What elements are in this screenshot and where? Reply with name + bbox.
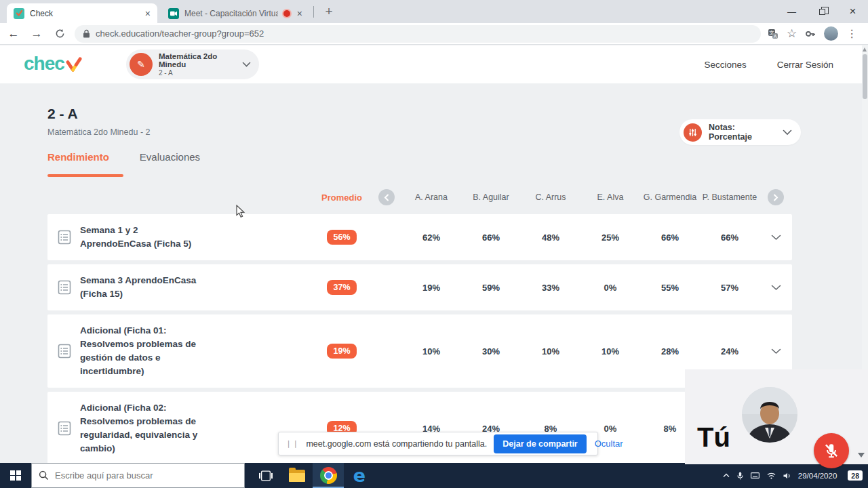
tray-mic-icon[interactable] — [737, 472, 743, 480]
hide-share-bar-link[interactable]: Ocultar — [595, 439, 623, 449]
evaluation-title: Adicional (Ficha 01: Resolvemos problema… — [80, 324, 210, 378]
tab-evaluaciones[interactable]: Evaluaciones — [140, 151, 200, 163]
url-bar[interactable]: check.education/teacher-group?group=652 — [75, 25, 761, 43]
scroll-up-icon[interactable] — [863, 47, 867, 52]
tab-close-icon[interactable]: × — [145, 9, 151, 18]
meet-icon — [168, 8, 179, 19]
score-cell: 66% — [461, 232, 521, 243]
browser-tab-strip: Check × Meet - Capacitación Virtual × + … — [0, 0, 868, 23]
evaluation-title: Semana 3 AprendoEnCasa (Ficha 15) — [80, 274, 210, 301]
scrollbar-thumb[interactable] — [863, 54, 867, 99]
tab-check[interactable]: Check × — [7, 3, 157, 23]
tray-chevron-up-icon[interactable] — [723, 473, 730, 478]
tab-meet[interactable]: Meet - Capacitación Virtual × — [161, 3, 309, 23]
notification-badge[interactable]: 28 — [848, 470, 863, 481]
file-explorer-button[interactable] — [281, 463, 313, 488]
row-expand-chevron-icon[interactable] — [760, 285, 792, 291]
tab-title: Check — [30, 9, 140, 18]
column-student: C. Arrus — [521, 192, 580, 202]
score-cell: 30% — [461, 346, 521, 357]
lock-icon — [83, 29, 90, 38]
sliders-icon — [684, 123, 702, 142]
table-row[interactable]: Semana 3 AprendoEnCasa (Ficha 15) 37% 19… — [47, 264, 792, 310]
row-expand-chevron-icon[interactable] — [760, 348, 792, 354]
restore-icon[interactable] — [807, 0, 837, 23]
score-cell: 10% — [580, 346, 640, 357]
profile-avatar[interactable] — [824, 26, 838, 41]
score-cell: 24% — [700, 346, 760, 357]
tray-volume-icon[interactable] — [783, 472, 791, 479]
chrome-icon — [320, 467, 337, 484]
score-cell: 59% — [461, 283, 521, 293]
url-text: check.education/teacher-group?group=652 — [96, 28, 264, 39]
minimize-icon[interactable]: — — [776, 0, 807, 23]
table-row[interactable]: Adicional (Ficha 01: Resolvemos problema… — [47, 314, 792, 388]
column-student: A. Arana — [401, 192, 461, 202]
active-tab-underline — [47, 174, 123, 177]
chrome-button[interactable] — [313, 463, 344, 488]
windows-logo-icon — [10, 470, 21, 481]
drag-grip-icon[interactable]: ❘❘ — [285, 439, 299, 448]
prev-students-button[interactable] — [378, 189, 395, 205]
self-view-label: Tú — [697, 422, 730, 453]
evaluation-title: Adicional (Ficha 02: Resolvemos problema… — [80, 401, 210, 455]
edge-button[interactable]: e — [344, 463, 375, 488]
assignment-icon — [58, 280, 71, 295]
score-cell: 66% — [640, 232, 700, 243]
score-cell: 33% — [521, 283, 580, 293]
bookmark-star-icon[interactable]: ☆ — [787, 26, 797, 41]
score-cell: 0% — [580, 283, 640, 293]
promedio-badge: 37% — [327, 280, 356, 295]
row-expand-chevron-icon[interactable] — [760, 235, 792, 241]
tab-rendimiento[interactable]: Rendimiento — [47, 151, 109, 163]
score-cell: 19% — [401, 283, 461, 293]
tab-separator — [313, 6, 314, 18]
score-cell: 62% — [401, 232, 461, 243]
key-icon[interactable] — [805, 28, 816, 39]
next-students-button[interactable] — [768, 189, 784, 205]
screen-share-bar: ❘❘ meet.google.com está compartiendo tu … — [278, 432, 598, 455]
menu-dots-icon[interactable]: ⋮ — [846, 27, 857, 40]
evaluation-title: Semana 1 y 2 AprendoEnCasa (Ficha 5) — [80, 224, 210, 251]
stop-share-button[interactable]: Dejar de compartir — [494, 434, 586, 453]
task-view-icon — [259, 470, 273, 481]
nav-cerrar-sesion[interactable]: Cerrar Sesión — [777, 60, 833, 70]
promedio-badge: 19% — [327, 344, 356, 359]
notas-selector[interactable]: Notas: Porcentaje — [679, 119, 801, 145]
tray-keyboard-icon[interactable] — [751, 472, 760, 479]
translate-icon[interactable]: 文A — [768, 28, 778, 39]
course-selector[interactable]: ✎ Matemática 2do Minedu 2 - A — [126, 49, 259, 79]
check-favicon-icon — [14, 8, 24, 19]
reload-icon[interactable] — [50, 24, 69, 43]
taskbar-search[interactable] — [31, 463, 245, 488]
taskbar: e 29/04/2020 28 — [0, 463, 868, 488]
score-cell: 28% — [640, 346, 700, 357]
mic-off-button[interactable] — [814, 433, 849, 468]
taskbar-date[interactable]: 29/04/2020 — [798, 472, 837, 480]
webcam-overlay: Tú — [685, 369, 868, 464]
back-icon[interactable]: ← — [4, 24, 23, 43]
search-input[interactable] — [55, 470, 211, 481]
course-name: Matemática 2do Minedu — [159, 52, 236, 68]
tab-close-icon[interactable]: × — [297, 9, 302, 18]
table-row[interactable]: Semana 1 y 2 AprendoEnCasa (Ficha 5) 56%… — [47, 214, 792, 260]
check-logo[interactable]: chec — [24, 54, 82, 74]
close-icon[interactable]: × — [837, 0, 868, 23]
overlay-resize-icon[interactable] — [858, 453, 865, 458]
column-student: P. Bustamente — [700, 192, 760, 202]
tray-wifi-icon[interactable] — [767, 472, 776, 479]
app-header: chec ✎ Matemática 2do Minedu 2 - A Secci… — [0, 45, 868, 83]
start-button[interactable] — [0, 463, 31, 488]
chevron-down-icon — [242, 62, 251, 67]
svg-text:A: A — [774, 33, 777, 38]
forward-icon[interactable]: → — [27, 24, 46, 43]
task-view-button[interactable] — [250, 463, 281, 488]
score-cell: 48% — [521, 232, 580, 243]
assignment-icon — [58, 230, 71, 245]
nav-secciones[interactable]: Secciones — [704, 60, 746, 70]
mouse-cursor — [236, 205, 246, 218]
score-cell: 10% — [521, 346, 580, 357]
score-cell: 57% — [700, 283, 760, 293]
new-tab-button[interactable]: + — [320, 3, 338, 20]
logo-checkmark-icon — [65, 56, 82, 74]
